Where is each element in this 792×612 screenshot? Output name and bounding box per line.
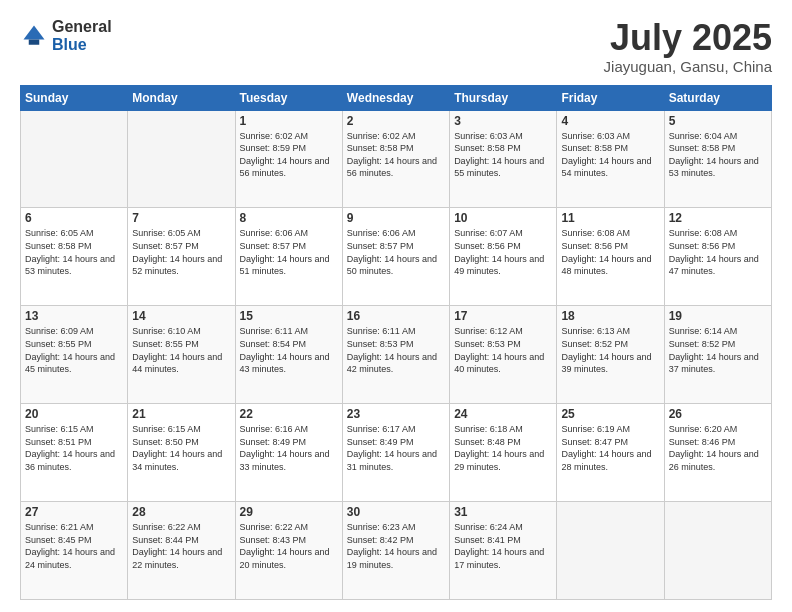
day-number: 10: [454, 211, 552, 225]
day-info: Sunrise: 6:21 AM Sunset: 8:45 PM Dayligh…: [25, 521, 123, 571]
day-info: Sunrise: 6:03 AM Sunset: 8:58 PM Dayligh…: [561, 130, 659, 180]
day-number: 20: [25, 407, 123, 421]
header-friday: Friday: [557, 85, 664, 110]
header-thursday: Thursday: [450, 85, 557, 110]
day-info: Sunrise: 6:23 AM Sunset: 8:42 PM Dayligh…: [347, 521, 445, 571]
calendar-cell: 28Sunrise: 6:22 AM Sunset: 8:44 PM Dayli…: [128, 502, 235, 600]
week-row-4: 20Sunrise: 6:15 AM Sunset: 8:51 PM Dayli…: [21, 404, 772, 502]
subtitle: Jiayuguan, Gansu, China: [604, 58, 772, 75]
day-number: 7: [132, 211, 230, 225]
calendar-cell: 15Sunrise: 6:11 AM Sunset: 8:54 PM Dayli…: [235, 306, 342, 404]
day-info: Sunrise: 6:02 AM Sunset: 8:59 PM Dayligh…: [240, 130, 338, 180]
day-number: 31: [454, 505, 552, 519]
day-number: 14: [132, 309, 230, 323]
calendar-table: Sunday Monday Tuesday Wednesday Thursday…: [20, 85, 772, 600]
calendar-cell: 19Sunrise: 6:14 AM Sunset: 8:52 PM Dayli…: [664, 306, 771, 404]
day-info: Sunrise: 6:06 AM Sunset: 8:57 PM Dayligh…: [240, 227, 338, 277]
page: General Blue July 2025 Jiayuguan, Gansu,…: [0, 0, 792, 612]
day-info: Sunrise: 6:20 AM Sunset: 8:46 PM Dayligh…: [669, 423, 767, 473]
logo-blue-text: Blue: [52, 36, 112, 54]
day-info: Sunrise: 6:11 AM Sunset: 8:54 PM Dayligh…: [240, 325, 338, 375]
calendar-body: 1Sunrise: 6:02 AM Sunset: 8:59 PM Daylig…: [21, 110, 772, 599]
day-info: Sunrise: 6:22 AM Sunset: 8:44 PM Dayligh…: [132, 521, 230, 571]
calendar-cell: 11Sunrise: 6:08 AM Sunset: 8:56 PM Dayli…: [557, 208, 664, 306]
day-number: 15: [240, 309, 338, 323]
day-number: 1: [240, 114, 338, 128]
svg-rect-1: [29, 39, 40, 44]
calendar-cell: 30Sunrise: 6:23 AM Sunset: 8:42 PM Dayli…: [342, 502, 449, 600]
calendar-cell: 20Sunrise: 6:15 AM Sunset: 8:51 PM Dayli…: [21, 404, 128, 502]
day-info: Sunrise: 6:12 AM Sunset: 8:53 PM Dayligh…: [454, 325, 552, 375]
day-number: 29: [240, 505, 338, 519]
day-info: Sunrise: 6:18 AM Sunset: 8:48 PM Dayligh…: [454, 423, 552, 473]
svg-marker-0: [24, 25, 45, 39]
day-number: 18: [561, 309, 659, 323]
calendar-cell: 26Sunrise: 6:20 AM Sunset: 8:46 PM Dayli…: [664, 404, 771, 502]
calendar-cell: 10Sunrise: 6:07 AM Sunset: 8:56 PM Dayli…: [450, 208, 557, 306]
calendar-cell: 23Sunrise: 6:17 AM Sunset: 8:49 PM Dayli…: [342, 404, 449, 502]
day-info: Sunrise: 6:15 AM Sunset: 8:50 PM Dayligh…: [132, 423, 230, 473]
calendar-cell: 7Sunrise: 6:05 AM Sunset: 8:57 PM Daylig…: [128, 208, 235, 306]
header-monday: Monday: [128, 85, 235, 110]
calendar-cell: 27Sunrise: 6:21 AM Sunset: 8:45 PM Dayli…: [21, 502, 128, 600]
calendar-cell: 12Sunrise: 6:08 AM Sunset: 8:56 PM Dayli…: [664, 208, 771, 306]
day-info: Sunrise: 6:09 AM Sunset: 8:55 PM Dayligh…: [25, 325, 123, 375]
day-info: Sunrise: 6:05 AM Sunset: 8:57 PM Dayligh…: [132, 227, 230, 277]
day-number: 3: [454, 114, 552, 128]
calendar-cell: 13Sunrise: 6:09 AM Sunset: 8:55 PM Dayli…: [21, 306, 128, 404]
day-info: Sunrise: 6:19 AM Sunset: 8:47 PM Dayligh…: [561, 423, 659, 473]
day-number: 8: [240, 211, 338, 225]
day-number: 2: [347, 114, 445, 128]
logo: General Blue: [20, 18, 112, 53]
weekday-header-row: Sunday Monday Tuesday Wednesday Thursday…: [21, 85, 772, 110]
day-number: 16: [347, 309, 445, 323]
day-info: Sunrise: 6:17 AM Sunset: 8:49 PM Dayligh…: [347, 423, 445, 473]
calendar-cell: 17Sunrise: 6:12 AM Sunset: 8:53 PM Dayli…: [450, 306, 557, 404]
calendar-cell: 8Sunrise: 6:06 AM Sunset: 8:57 PM Daylig…: [235, 208, 342, 306]
day-number: 26: [669, 407, 767, 421]
calendar-cell: 16Sunrise: 6:11 AM Sunset: 8:53 PM Dayli…: [342, 306, 449, 404]
calendar-cell: 24Sunrise: 6:18 AM Sunset: 8:48 PM Dayli…: [450, 404, 557, 502]
day-info: Sunrise: 6:05 AM Sunset: 8:58 PM Dayligh…: [25, 227, 123, 277]
calendar-cell: 31Sunrise: 6:24 AM Sunset: 8:41 PM Dayli…: [450, 502, 557, 600]
day-info: Sunrise: 6:08 AM Sunset: 8:56 PM Dayligh…: [561, 227, 659, 277]
day-info: Sunrise: 6:06 AM Sunset: 8:57 PM Dayligh…: [347, 227, 445, 277]
day-number: 28: [132, 505, 230, 519]
logo-text: General Blue: [52, 18, 112, 53]
day-number: 13: [25, 309, 123, 323]
calendar-header: Sunday Monday Tuesday Wednesday Thursday…: [21, 85, 772, 110]
day-number: 23: [347, 407, 445, 421]
day-number: 9: [347, 211, 445, 225]
day-info: Sunrise: 6:11 AM Sunset: 8:53 PM Dayligh…: [347, 325, 445, 375]
calendar-cell: 25Sunrise: 6:19 AM Sunset: 8:47 PM Dayli…: [557, 404, 664, 502]
header: General Blue July 2025 Jiayuguan, Gansu,…: [20, 18, 772, 75]
day-number: 25: [561, 407, 659, 421]
day-info: Sunrise: 6:13 AM Sunset: 8:52 PM Dayligh…: [561, 325, 659, 375]
header-saturday: Saturday: [664, 85, 771, 110]
day-info: Sunrise: 6:07 AM Sunset: 8:56 PM Dayligh…: [454, 227, 552, 277]
logo-general-text: General: [52, 18, 112, 36]
calendar-cell: [557, 502, 664, 600]
day-info: Sunrise: 6:02 AM Sunset: 8:58 PM Dayligh…: [347, 130, 445, 180]
header-wednesday: Wednesday: [342, 85, 449, 110]
day-number: 24: [454, 407, 552, 421]
calendar-cell: [21, 110, 128, 208]
day-info: Sunrise: 6:03 AM Sunset: 8:58 PM Dayligh…: [454, 130, 552, 180]
header-tuesday: Tuesday: [235, 85, 342, 110]
logo-icon: [20, 22, 48, 50]
calendar-cell: 21Sunrise: 6:15 AM Sunset: 8:50 PM Dayli…: [128, 404, 235, 502]
day-number: 17: [454, 309, 552, 323]
calendar-cell: [664, 502, 771, 600]
header-sunday: Sunday: [21, 85, 128, 110]
day-info: Sunrise: 6:10 AM Sunset: 8:55 PM Dayligh…: [132, 325, 230, 375]
day-info: Sunrise: 6:24 AM Sunset: 8:41 PM Dayligh…: [454, 521, 552, 571]
calendar-cell: 2Sunrise: 6:02 AM Sunset: 8:58 PM Daylig…: [342, 110, 449, 208]
day-number: 30: [347, 505, 445, 519]
calendar-cell: 9Sunrise: 6:06 AM Sunset: 8:57 PM Daylig…: [342, 208, 449, 306]
calendar-cell: [128, 110, 235, 208]
day-info: Sunrise: 6:04 AM Sunset: 8:58 PM Dayligh…: [669, 130, 767, 180]
week-row-1: 1Sunrise: 6:02 AM Sunset: 8:59 PM Daylig…: [21, 110, 772, 208]
title-area: July 2025 Jiayuguan, Gansu, China: [604, 18, 772, 75]
calendar-cell: 14Sunrise: 6:10 AM Sunset: 8:55 PM Dayli…: [128, 306, 235, 404]
day-info: Sunrise: 6:14 AM Sunset: 8:52 PM Dayligh…: [669, 325, 767, 375]
